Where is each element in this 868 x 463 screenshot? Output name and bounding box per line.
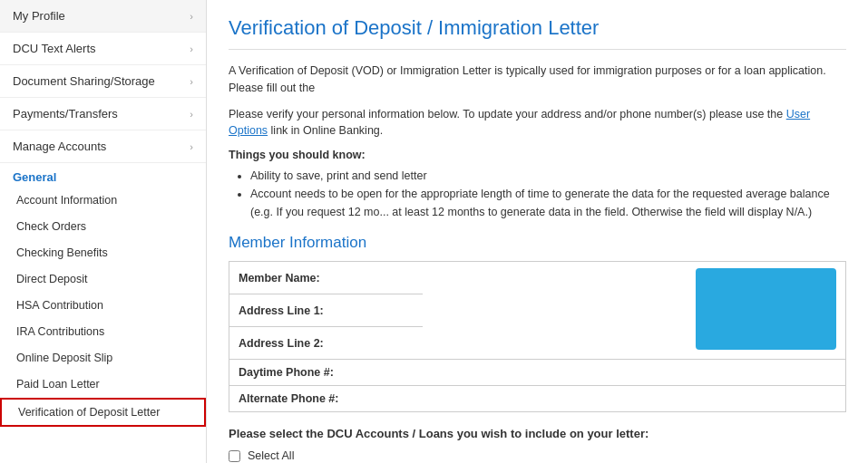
sidebar-sub-account-info[interactable]: Account Information	[0, 188, 206, 214]
field-label-address1: Address Line 1:	[229, 294, 375, 327]
sidebar-item-payments-transfers[interactable]: Payments/Transfers ›	[0, 98, 206, 130]
field-value-daytime-phone	[375, 360, 423, 386]
sidebar-item-manage-accounts[interactable]: Manage Accounts › ↙	[0, 130, 206, 163]
sidebar-item-label: Manage Accounts	[13, 140, 106, 153]
chevron-right-icon: ›	[190, 43, 193, 54]
table-row: Alternate Phone #:	[229, 386, 846, 412]
select-all-row: Select All	[229, 449, 846, 462]
sidebar-sub-paid-loan-letter[interactable]: Paid Loan Letter	[0, 371, 206, 398]
chevron-right-icon: ›	[190, 11, 193, 22]
field-label-daytime-phone: Daytime Phone #:	[229, 360, 375, 386]
member-info-title: Member Information	[229, 234, 846, 252]
sidebar-item-my-profile[interactable]: My Profile ›	[0, 0, 206, 33]
select-all-checkbox[interactable]	[229, 450, 240, 462]
bullet-item-2: Account needs to be open for the appropr…	[250, 185, 846, 221]
sidebar-item-dcu-text-alerts[interactable]: DCU Text Alerts ›	[0, 33, 206, 65]
sidebar-sub-online-deposit-slip[interactable]: Online Deposit Slip	[0, 345, 206, 371]
field-value-address2	[375, 327, 423, 360]
chevron-right-icon: ›	[190, 109, 193, 120]
sidebar-sub-vod-letter[interactable]: Verification of Deposit Letter	[0, 398, 206, 427]
sidebar-item-label: Document Sharing/Storage	[13, 74, 155, 88]
field-value-address1	[375, 294, 423, 327]
redacted-box-cell	[423, 262, 846, 360]
sidebar-item-doc-sharing[interactable]: Document Sharing/Storage ›	[0, 65, 206, 98]
table-row: Member Name:	[229, 262, 846, 294]
sidebar: My Profile › DCU Text Alerts › Document …	[0, 0, 207, 463]
field-label-member-name: Member Name:	[229, 262, 375, 294]
intro-paragraph-2: Please verify your personal information …	[229, 106, 846, 140]
sidebar-sub-hsa-contribution[interactable]: HSA Contribution	[0, 293, 206, 319]
select-all-label: Select All	[248, 449, 294, 462]
accounts-section-label: Please select the DCU Accounts / Loans y…	[229, 427, 846, 440]
sidebar-sub-checking-benefits[interactable]: Checking Benefits	[0, 240, 206, 266]
sidebar-item-label: My Profile	[13, 9, 65, 23]
chevron-right-icon: ›	[190, 141, 193, 152]
member-info-table: Member Name: Address Line 1: Address Lin…	[229, 261, 846, 412]
redacted-image-box	[696, 268, 836, 350]
things-to-know-label: Things you should know:	[229, 149, 846, 161]
field-value-alt-phone	[375, 386, 423, 412]
bullet-item-1: Ability to save, print and send letter	[250, 167, 846, 185]
main-content: Verification of Deposit / Immigration Le…	[207, 0, 868, 463]
chevron-right-icon: ›	[190, 76, 193, 87]
sidebar-sub-ira-contributions[interactable]: IRA Contributions	[0, 319, 206, 345]
field-value-member-name	[375, 262, 423, 294]
bullet-list: Ability to save, print and send letter A…	[250, 167, 846, 221]
sidebar-section-general: General	[0, 163, 206, 188]
field-label-address2: Address Line 2:	[229, 327, 375, 360]
page-title: Verification of Deposit / Immigration Le…	[229, 16, 846, 50]
field-label-alt-phone: Alternate Phone #:	[229, 386, 375, 412]
sidebar-sub-direct-deposit[interactable]: Direct Deposit	[0, 266, 206, 293]
sidebar-sub-check-orders[interactable]: Check Orders	[0, 214, 206, 240]
table-row: Daytime Phone #:	[229, 360, 846, 386]
intro-paragraph-1: A Verification of Deposit (VOD) or Immig…	[229, 63, 846, 97]
sidebar-item-label: DCU Text Alerts	[13, 42, 96, 55]
sidebar-item-label: Payments/Transfers	[13, 107, 118, 121]
